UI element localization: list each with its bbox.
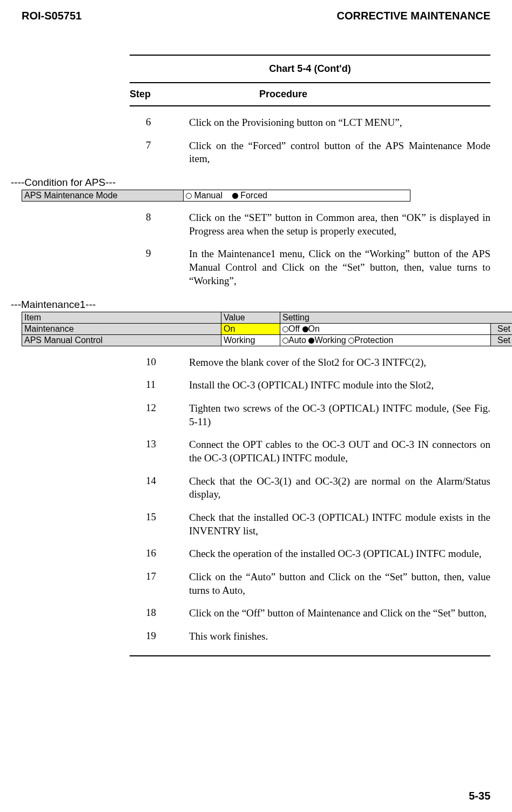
step-row: 15 Check that the installed OC-3 (OPTICA…: [130, 511, 490, 538]
radio-open-icon: [282, 326, 288, 332]
maintenance1-heading: ---Maintenance1---: [11, 299, 490, 311]
step-text: Remove the blank cover of the Slot2 for …: [189, 356, 490, 370]
aps-mode-label: APS Maintenance Mode: [22, 190, 184, 202]
aps-manual-value: Working: [221, 334, 280, 346]
condition-aps-table: APS Maintenance Mode Manual Forced: [22, 190, 410, 202]
step-number: 7: [130, 139, 189, 166]
radio-open-icon: [348, 338, 354, 344]
radio-filled-icon: [302, 326, 308, 332]
step-number: 19: [130, 630, 189, 643]
step-text: This work finishes.: [189, 630, 490, 643]
radio-open-icon: [282, 338, 288, 344]
aps-manual-setting: Auto Working Protection: [280, 334, 491, 346]
step-text: Install the OC-3 (OPTICAL) INTFC module …: [189, 379, 490, 392]
rule: [130, 105, 490, 106]
step-number: 6: [130, 116, 189, 130]
chart-title: Chart 5-4 (Cont'd): [130, 56, 490, 82]
step-number: 15: [130, 511, 189, 538]
step-row: 16 Check the operation of the installed …: [130, 547, 490, 561]
condition-aps-heading: ----Condition for APS---: [11, 177, 490, 189]
step-row: 6 Click on the Provisioning button on “L…: [130, 116, 490, 130]
step-row: 11 Install the OC-3 (OPTICAL) INTFC modu…: [130, 379, 490, 392]
maintenance1-table: Item Value Setting Maintenance On Off On…: [22, 312, 512, 346]
maintenance-value: On: [221, 323, 280, 334]
step-row: 9 In the Maintenance1 menu, Click on the…: [130, 247, 490, 287]
radio-filled-icon: [308, 338, 314, 344]
manual-option: Manual: [194, 191, 222, 200]
step-text: Click on the “SET” button in Common area…: [189, 211, 490, 238]
procedure-header: Procedure: [259, 89, 490, 100]
step-number: 9: [130, 247, 189, 287]
col-item: Item: [22, 312, 221, 323]
page-number: 5-35: [469, 790, 490, 802]
step-number: 11: [130, 379, 189, 392]
aps-mode-setting: Manual Forced: [184, 190, 410, 202]
step-text: Click on the “Auto” button and Click on …: [189, 571, 490, 597]
step-text: Click on the “Forced” control button of …: [189, 139, 490, 166]
aps-manual-item: APS Manual Control: [22, 334, 221, 346]
doc-id: ROI-S05751: [22, 10, 82, 22]
radio-filled-icon: [232, 193, 238, 199]
protection-option: Protection: [354, 335, 393, 345]
working-option: Working: [314, 335, 346, 345]
step-number: 8: [130, 211, 189, 238]
step-row: 13 Connect the OPT cables to the OC-3 OU…: [130, 438, 490, 465]
step-number: 14: [130, 475, 189, 501]
off-option: Off: [288, 324, 300, 333]
step-header: Step: [130, 89, 259, 100]
step-row: 18 Click on the “Off” button of Maintena…: [130, 607, 490, 620]
step-text: Check the operation of the installed OC-…: [189, 547, 490, 561]
step-number: 13: [130, 438, 189, 465]
step-row: 17 Click on the “Auto” button and Click …: [130, 571, 490, 597]
rule: [130, 655, 490, 656]
step-row: 19 This work finishes.: [130, 630, 490, 643]
maintenance-item: Maintenance: [22, 323, 221, 334]
step-text: Tighten two screws of the OC-3 (OPTICAL)…: [189, 402, 490, 428]
step-text: Connect the OPT cables to the OC-3 OUT a…: [189, 438, 490, 465]
forced-option: Forced: [240, 191, 267, 200]
step-row: 14 Check that the OC-3(1) and OC-3(2) ar…: [130, 475, 490, 501]
set-button[interactable]: Set: [491, 334, 513, 346]
step-text: In the Maintenance1 menu, Click on the “…: [189, 247, 490, 287]
step-number: 17: [130, 571, 189, 597]
step-text: Check that the installed OC-3 (OPTICAL) …: [189, 511, 490, 538]
maintenance-setting: Off On: [280, 323, 491, 334]
col-setting: Setting: [280, 312, 513, 323]
step-text: Check that the OC-3(1) and OC-3(2) are n…: [189, 475, 490, 501]
step-number: 18: [130, 607, 189, 620]
set-button[interactable]: Set: [491, 323, 513, 334]
step-row: 10 Remove the blank cover of the Slot2 f…: [130, 356, 490, 370]
step-row: 7 Click on the “Forced” control button o…: [130, 139, 490, 166]
step-row: 8 Click on the “SET” button in Common ar…: [130, 211, 490, 238]
col-value: Value: [221, 312, 280, 323]
step-row: 12 Tighten two screws of the OC-3 (OPTIC…: [130, 402, 490, 428]
step-number: 10: [130, 356, 189, 370]
step-number: 16: [130, 547, 189, 561]
section-title: CORRECTIVE MAINTENANCE: [337, 10, 490, 22]
step-number: 12: [130, 402, 189, 428]
step-text: Click on the “Off” button of Maintenance…: [189, 607, 490, 620]
step-text: Click on the Provisioning button on “LCT…: [189, 116, 490, 130]
radio-open-icon: [186, 193, 192, 199]
on-option: On: [308, 324, 320, 333]
auto-option: Auto: [288, 335, 306, 345]
